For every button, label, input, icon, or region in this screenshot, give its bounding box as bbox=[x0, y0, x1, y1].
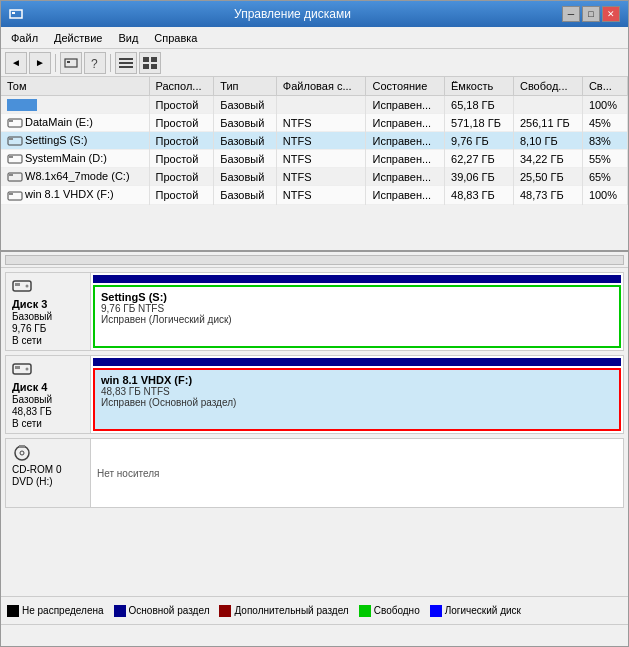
legend-unallocated: Не распределена bbox=[7, 605, 104, 617]
back-button[interactable]: ◄ bbox=[5, 52, 27, 74]
table-scroll[interactable]: Том Распол... Тип Файловая с... Состояни… bbox=[1, 77, 628, 250]
disk4-row: Диск 4 Базовый 48,83 ГБ В сети win 8.1 V… bbox=[5, 355, 624, 434]
close-button[interactable]: ✕ bbox=[602, 6, 620, 22]
app-icon bbox=[9, 7, 23, 21]
svg-rect-15 bbox=[9, 138, 13, 140]
svg-rect-8 bbox=[143, 57, 149, 62]
legend-primary: Основной раздел bbox=[114, 605, 210, 617]
list-icon bbox=[118, 56, 134, 70]
legend-extended-label: Дополнительный раздел bbox=[234, 605, 348, 616]
svg-rect-6 bbox=[119, 62, 133, 64]
toolbar-btn-3[interactable] bbox=[60, 52, 82, 74]
col-capacity: Ёмкость bbox=[445, 77, 514, 96]
legend-free: Свободно bbox=[359, 605, 420, 617]
bottom-spacer bbox=[5, 512, 624, 592]
question-icon: ? bbox=[88, 56, 102, 70]
disk3-row: Диск 3 Базовый 9,76 ГБ В сети SettingS (… bbox=[5, 272, 624, 351]
disk3-label: Диск 3 Базовый 9,76 ГБ В сети bbox=[6, 273, 91, 350]
table-row[interactable]: DataMain (E:)ПростойБазовыйNTFSИсправен.… bbox=[1, 114, 628, 132]
legend-unallocated-color bbox=[7, 605, 19, 617]
svg-rect-19 bbox=[9, 174, 13, 176]
minimize-button[interactable]: ─ bbox=[562, 6, 580, 22]
svg-rect-0 bbox=[10, 10, 22, 18]
svg-rect-5 bbox=[119, 58, 133, 60]
disk4-name: Диск 4 bbox=[12, 381, 84, 393]
legend-bar: Не распределена Основной раздел Дополнит… bbox=[1, 596, 628, 624]
table-row[interactable]: win 8.1 VHDX (F:)ПростойБазовыйNTFSИспра… bbox=[1, 186, 628, 204]
disk3-size: 9,76 ГБ bbox=[12, 323, 84, 334]
toolbar-btn-4[interactable]: ? bbox=[84, 52, 106, 74]
svg-text:?: ? bbox=[91, 57, 98, 70]
svg-rect-30 bbox=[19, 445, 25, 448]
legend-unallocated-label: Не распределена bbox=[22, 605, 104, 616]
legend-logical-color bbox=[430, 605, 442, 617]
cdrom-status: Нет носителя bbox=[97, 468, 159, 479]
legend-extended-color bbox=[219, 605, 231, 617]
disk4-size: 48,83 ГБ bbox=[12, 406, 84, 417]
disk4-partition[interactable]: win 8.1 VHDX (F:) 48,83 ГБ NTFS Исправен… bbox=[93, 368, 621, 431]
main-area: Том Распол... Тип Файловая с... Состояни… bbox=[1, 77, 628, 646]
svg-rect-11 bbox=[151, 64, 157, 69]
maximize-button[interactable]: □ bbox=[582, 6, 600, 22]
svg-rect-1 bbox=[12, 12, 15, 14]
h-scrollbar[interactable] bbox=[1, 252, 628, 268]
disk3-part-status: Исправен (Логический диск) bbox=[101, 314, 613, 325]
legend-logical-label: Логический диск bbox=[445, 605, 521, 616]
table-row[interactable]: W8.1x64_7mode (C:)ПростойБазовыйNTFSИспр… bbox=[1, 168, 628, 186]
table-header-row: Том Распол... Тип Файловая с... Состояни… bbox=[1, 77, 628, 96]
svg-point-29 bbox=[20, 451, 24, 455]
svg-rect-3 bbox=[67, 61, 70, 63]
toolbar-sep2 bbox=[110, 54, 111, 72]
cdrom-name: CD-ROM 0 bbox=[12, 464, 84, 475]
menu-action[interactable]: Действие bbox=[48, 30, 108, 46]
menu-view[interactable]: Вид bbox=[112, 30, 144, 46]
legend-free-label: Свободно bbox=[374, 605, 420, 616]
svg-rect-23 bbox=[15, 283, 20, 286]
toolbar: ◄ ► ? bbox=[1, 49, 628, 77]
table-row[interactable]: SystemMain (D:)ПростойБазовыйNTFSИсправе… bbox=[1, 150, 628, 168]
svg-point-27 bbox=[26, 368, 29, 371]
legend-primary-color bbox=[114, 605, 126, 617]
svg-point-28 bbox=[15, 446, 29, 460]
window-controls: ─ □ ✕ bbox=[562, 6, 620, 22]
disk3-status: В сети bbox=[12, 335, 84, 346]
disk4-icon bbox=[12, 360, 32, 378]
table-row[interactable]: ПростойБазовыйИсправен...65,18 ГБ100% bbox=[1, 96, 628, 114]
table-row[interactable]: SettingS (S:)ПростойБазовыйNTFSИсправен.… bbox=[1, 132, 628, 150]
toolbar-btn-5[interactable] bbox=[115, 52, 137, 74]
disk3-partitions: SettingS (S:) 9,76 ГБ NTFS Исправен (Лог… bbox=[91, 273, 623, 350]
col-type: Тип bbox=[214, 77, 277, 96]
menu-file[interactable]: Файл bbox=[5, 30, 44, 46]
disk4-part-name: win 8.1 VHDX (F:) bbox=[101, 374, 613, 386]
disk3-icon bbox=[12, 277, 32, 295]
svg-rect-2 bbox=[65, 59, 77, 67]
toolbar-btn-6[interactable] bbox=[139, 52, 161, 74]
svg-rect-17 bbox=[9, 156, 13, 158]
cdrom-content: Нет носителя bbox=[91, 439, 623, 507]
legend-logical: Логический диск bbox=[430, 605, 521, 617]
volumes-table-area: Том Распол... Тип Файловая с... Состояни… bbox=[1, 77, 628, 252]
disk3-partition[interactable]: SettingS (S:) 9,76 ГБ NTFS Исправен (Лог… bbox=[93, 285, 621, 348]
svg-rect-7 bbox=[119, 66, 133, 68]
svg-rect-13 bbox=[9, 120, 13, 122]
disk3-name: Диск 3 bbox=[12, 298, 84, 310]
volumes-table: Том Распол... Тип Файловая с... Состояни… bbox=[1, 77, 628, 205]
cdrom-type: DVD (H:) bbox=[12, 476, 84, 487]
svg-point-24 bbox=[26, 285, 29, 288]
title-bar: Управление дисками ─ □ ✕ bbox=[1, 1, 628, 27]
menu-bar: Файл Действие Вид Справка bbox=[1, 27, 628, 49]
col-free: Свобод... bbox=[513, 77, 582, 96]
disk-view-area: Диск 3 Базовый 9,76 ГБ В сети SettingS (… bbox=[1, 268, 628, 596]
menu-help[interactable]: Справка bbox=[148, 30, 203, 46]
col-layout: Распол... bbox=[149, 77, 214, 96]
cdrom-row: CD-ROM 0 DVD (H:) Нет носителя bbox=[5, 438, 624, 508]
svg-rect-21 bbox=[9, 193, 13, 195]
disk3-type: Базовый bbox=[12, 311, 84, 322]
cdrom-label: CD-ROM 0 DVD (H:) bbox=[6, 439, 91, 507]
legend-primary-label: Основной раздел bbox=[129, 605, 210, 616]
disk4-partitions: win 8.1 VHDX (F:) 48,83 ГБ NTFS Исправен… bbox=[91, 356, 623, 433]
forward-button[interactable]: ► bbox=[29, 52, 51, 74]
disk4-part-size: 48,83 ГБ NTFS bbox=[101, 386, 613, 397]
legend-extended: Дополнительный раздел bbox=[219, 605, 348, 617]
main-window: Управление дисками ─ □ ✕ Файл Действие В… bbox=[0, 0, 629, 647]
